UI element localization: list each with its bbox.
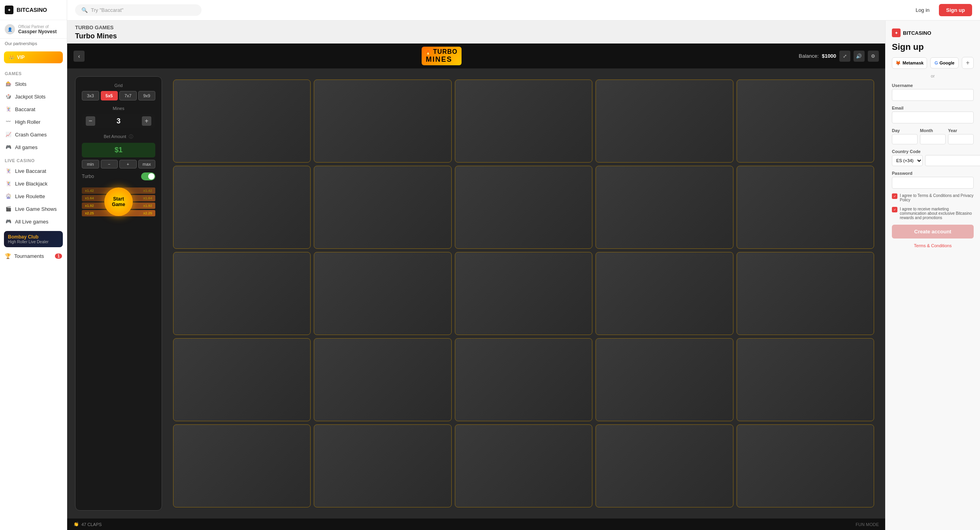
- sidebar-item-live-roulette[interactable]: 🎡 Live Roulette: [0, 190, 67, 203]
- high-roller-icon: 〰: [5, 118, 12, 125]
- live-baccarat-icon: 🃏: [5, 167, 12, 174]
- login-button[interactable]: Log in: [911, 5, 934, 15]
- expand-button[interactable]: ⤢: [839, 51, 850, 62]
- cell-1-2[interactable]: [314, 80, 451, 163]
- cell-2-4[interactable]: [596, 166, 733, 249]
- cell-1-1[interactable]: [173, 80, 311, 163]
- live-game-shows-icon: 🎬: [5, 205, 12, 212]
- mines-increase[interactable]: +: [142, 116, 151, 126]
- sidebar-item-live-baccarat[interactable]: 🃏 Live Baccarat: [0, 165, 67, 177]
- cell-4-5[interactable]: [737, 338, 874, 421]
- cell-2-3[interactable]: [455, 166, 592, 249]
- cell-2-2[interactable]: [314, 166, 451, 249]
- cell-5-2[interactable]: [314, 424, 451, 507]
- sidebar-item-tournaments[interactable]: 🏆 Tournaments 1: [0, 250, 67, 262]
- partnerships-link[interactable]: Our partnerships: [0, 39, 67, 48]
- vip-button[interactable]: 👑 VIP: [4, 51, 63, 63]
- cell-1-4[interactable]: [596, 80, 733, 163]
- month-label: Month: [920, 128, 946, 133]
- cell-5-4[interactable]: [596, 424, 733, 507]
- bet-min[interactable]: min: [82, 160, 99, 168]
- grid-7x7[interactable]: 7x7: [119, 91, 137, 100]
- password-input[interactable]: [892, 177, 974, 189]
- social-buttons: 🦊 Metamask G Google +: [892, 57, 974, 69]
- cell-2-5[interactable]: [737, 166, 874, 249]
- signup-title: Sign up: [892, 42, 974, 52]
- fun-mode-label: FUN MODE: [856, 522, 879, 527]
- mines-decrease[interactable]: −: [86, 116, 95, 126]
- sidebar-item-crash-games[interactable]: 📈 Crash Games: [0, 128, 67, 141]
- cell-3-3[interactable]: [455, 252, 592, 335]
- cell-3-5[interactable]: [737, 252, 874, 335]
- grid-3x3[interactable]: 3x3: [82, 91, 99, 100]
- settings-button[interactable]: ⚙: [868, 51, 879, 62]
- sidebar-item-high-roller[interactable]: 〰 High Roller: [0, 115, 67, 128]
- bet-increase[interactable]: +: [119, 160, 137, 168]
- cell-5-5[interactable]: [737, 424, 874, 507]
- sound-button[interactable]: 🔊: [854, 51, 865, 62]
- username-input[interactable]: [892, 89, 974, 101]
- grid-9x9[interactable]: 9x9: [138, 91, 156, 100]
- cell-3-4[interactable]: [596, 252, 733, 335]
- cell-1-3[interactable]: [455, 80, 592, 163]
- vip-label: VIP: [17, 55, 24, 60]
- more-options-button[interactable]: +: [962, 57, 974, 69]
- marketing-check-label: I agree to receive marketing communicati…: [900, 207, 974, 220]
- search-bar[interactable]: 🔍 Try "Baccarat": [75, 4, 202, 16]
- sidebar-item-live-game-shows[interactable]: 🎬 Live Game Shows: [0, 203, 67, 215]
- terms-link[interactable]: Terms & Conditions: [892, 243, 974, 248]
- bet-input[interactable]: $1: [82, 143, 155, 157]
- month-select[interactable]: [920, 134, 946, 144]
- cell-5-3[interactable]: [455, 424, 592, 507]
- header: 🔍 Try "Baccarat" Log in Sign up: [67, 0, 980, 21]
- cell-5-1[interactable]: [173, 424, 311, 507]
- start-game-button[interactable]: StartGame: [104, 187, 133, 216]
- create-account-button[interactable]: Create account: [892, 225, 974, 238]
- crash-games-label: Crash Games: [15, 132, 47, 138]
- day-select[interactable]: [892, 134, 918, 144]
- bet-controls: min − + max: [82, 160, 155, 168]
- logo-icon: ✦: [5, 6, 13, 14]
- grid-options: 3x3 5x5 7x7 9x9: [82, 91, 155, 100]
- cell-3-2[interactable]: [314, 252, 451, 335]
- bet-label: Bet Amount ⓘ: [82, 134, 155, 140]
- marketing-checkbox[interactable]: ✓: [892, 207, 897, 212]
- grid-5x5[interactable]: 5x5: [101, 91, 118, 100]
- terms-checkbox[interactable]: ✓: [892, 193, 897, 199]
- cell-4-2[interactable]: [314, 338, 451, 421]
- sidebar: ✦ BITCASINO 👤 Official Partner of Casspe…: [0, 0, 67, 530]
- sidebar-item-baccarat[interactable]: 🃏 Baccarat: [0, 103, 67, 115]
- terms-checkbox-row: ✓ I agree to Terms & Conditions and Priv…: [892, 193, 974, 202]
- metamask-button[interactable]: 🦊 Metamask: [892, 57, 927, 69]
- game-grid: [170, 76, 877, 511]
- bet-decrease[interactable]: −: [101, 160, 118, 168]
- email-input[interactable]: [892, 112, 974, 123]
- bombay-club-featured[interactable]: Bombay Club High Roller Live Dealer: [4, 231, 63, 247]
- sidebar-item-jackpot-slots[interactable]: 🎲 Jackpot Slots: [0, 90, 67, 103]
- year-select[interactable]: [948, 134, 974, 144]
- sidebar-item-all-live-games[interactable]: 🎮 All Live games: [0, 215, 67, 228]
- cell-1-5[interactable]: [737, 80, 874, 163]
- metamask-icon: 🦊: [895, 61, 901, 66]
- all-live-label: All Live games: [15, 219, 49, 225]
- partner-section: 👤 Official Partner of Cassper Nyovest: [0, 20, 67, 39]
- sidebar-item-all-games[interactable]: 🎮 All games: [0, 141, 67, 153]
- cell-4-4[interactable]: [596, 338, 733, 421]
- mines-value: 3: [117, 117, 121, 125]
- cell-4-1[interactable]: [173, 338, 311, 421]
- country-code-select[interactable]: ES (+34): [892, 155, 923, 166]
- sidebar-item-live-blackjack[interactable]: 🃏 Live Blackjack: [0, 177, 67, 190]
- tournaments-badge: 1: [55, 254, 62, 259]
- game-back-button[interactable]: ‹: [74, 51, 85, 62]
- sidebar-item-slots[interactable]: 🎰 Slots: [0, 78, 67, 90]
- bet-max[interactable]: max: [138, 160, 156, 168]
- cell-3-1[interactable]: [173, 252, 311, 335]
- signup-button[interactable]: Sign up: [939, 4, 972, 16]
- turbo-label: Turbo: [82, 174, 94, 179]
- brand-logo[interactable]: ✦ BITCASINO: [0, 0, 67, 20]
- turbo-toggle[interactable]: [141, 172, 155, 180]
- cell-2-1[interactable]: [173, 166, 311, 249]
- cell-4-3[interactable]: [455, 338, 592, 421]
- google-button[interactable]: G Google: [930, 57, 959, 68]
- phone-input[interactable]: [925, 155, 980, 166]
